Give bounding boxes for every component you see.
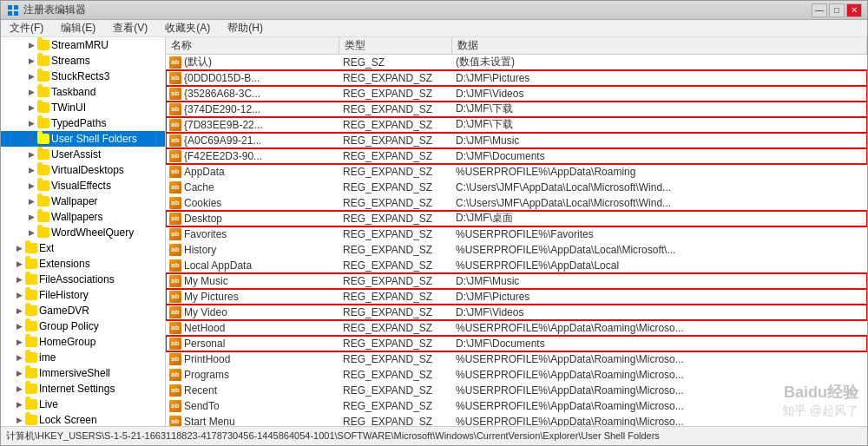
tree-toggle[interactable]: ▶ [25, 180, 37, 192]
tree-item[interactable]: ▶Extensions [1, 256, 165, 272]
table-row[interactable]: ab{374DE290-12...REG_EXPAND_SZD:\JMF\下载 [166, 102, 867, 117]
tree-item-label: Extensions [39, 258, 90, 270]
tree-toggle[interactable]: ▶ [13, 258, 25, 270]
tree-item[interactable]: ▶Ext [1, 240, 165, 256]
table-row[interactable]: abFavoritesREG_EXPAND_SZ%USERPROFILE%\Fa… [166, 226, 867, 242]
folder-icon [37, 148, 49, 161]
tree-toggle[interactable]: ▶ [25, 226, 37, 239]
tree-item-label: Wallpapers [51, 211, 103, 223]
tree-toggle[interactable]: ▶ [13, 367, 25, 379]
tree-toggle[interactable]: ▶ [13, 242, 25, 254]
svg-rect-2 [8, 11, 12, 16]
table-row[interactable]: abNetHoodREG_EXPAND_SZ%USERPROFILE%\AppD… [166, 320, 867, 336]
table-row[interactable]: ab{7D83EE9B-22...REG_EXPAND_SZD:\JMF\下载 [166, 117, 867, 133]
tree-toggle[interactable]: ▼ [25, 133, 37, 145]
table-row[interactable]: abAppDataREG_EXPAND_SZ%USERPROFILE%\AppD… [166, 164, 867, 180]
tree-toggle[interactable]: ▶ [13, 414, 25, 426]
col-data[interactable]: 数据 [452, 37, 867, 54]
tree-item[interactable]: ▶Wallpapers [1, 209, 165, 225]
table-row[interactable]: abRecentREG_EXPAND_SZ%USERPROFILE%\AppDa… [166, 383, 867, 398]
minimize-button[interactable]: — [812, 3, 827, 17]
tree-toggle[interactable]: ▶ [25, 70, 37, 82]
tree-item-label: Taskband [51, 86, 95, 98]
tree-toggle[interactable]: ▶ [25, 86, 37, 98]
tree-item[interactable]: ▶ImmersiveShell [1, 365, 165, 381]
table-row[interactable]: abPersonalREG_EXPAND_SZD:\JMF\Documents [166, 336, 867, 351]
tree-item[interactable]: ▶TWinUI [1, 100, 165, 115]
table-row[interactable]: ab{A0C69A99-21...REG_EXPAND_SZD:\JMF\Mus… [166, 133, 867, 148]
tree-toggle[interactable]: ▶ [13, 305, 25, 317]
tree-item[interactable]: ▶Lock Screen [1, 412, 165, 426]
table-row[interactable]: ab(默认)REG_SZ(数值未设置) [166, 55, 867, 70]
tree-toggle[interactable]: ▶ [25, 195, 37, 207]
tree-item[interactable]: ▶Taskband [1, 84, 165, 100]
menu-favorites[interactable]: 收藏夹(A) [160, 19, 215, 37]
tree-item[interactable]: ▼User Shell Folders [1, 131, 165, 147]
tree-toggle[interactable]: ▶ [25, 148, 37, 161]
tree-toggle[interactable]: ▶ [25, 39, 37, 51]
tree-item[interactable]: ▶StreamMRU [1, 37, 165, 53]
tree-toggle[interactable]: ▶ [13, 320, 25, 332]
tree-item[interactable]: ▶HomeGroup [1, 334, 165, 350]
tree-item[interactable]: ▶Wallpaper [1, 193, 165, 209]
table-row[interactable]: abStart MenuREG_EXPAND_SZ%USERPROFILE%\A… [166, 414, 867, 426]
tree-toggle[interactable]: ▶ [13, 383, 25, 395]
cell-name-text: {35286A68-3C... [184, 88, 260, 100]
menu-edit[interactable]: 编辑(E) [56, 19, 101, 37]
tree-item[interactable]: ▶FileHistory [1, 287, 165, 303]
tree-item[interactable]: ▶WordWheelQuery [1, 225, 165, 240]
table-row[interactable]: ab{F42EE2D3-90...REG_EXPAND_SZD:\JMF\Doc… [166, 148, 867, 164]
tree-item[interactable]: ▶VirtualDesktops [1, 162, 165, 178]
tree-item[interactable]: ▶Live [1, 397, 165, 412]
table-row[interactable]: abLocal AppDataREG_EXPAND_SZ%USERPROFILE… [166, 258, 867, 273]
tree-toggle[interactable]: ▶ [25, 211, 37, 223]
table-row[interactable]: abSendToREG_EXPAND_SZ%USERPROFILE%\AppDa… [166, 398, 867, 414]
col-name[interactable]: 名称 [166, 37, 339, 54]
col-type[interactable]: 类型 [339, 37, 452, 54]
tree-item[interactable]: ▶Internet Settings [1, 381, 165, 397]
table-row[interactable]: ab{35286A68-3C...REG_EXPAND_SZD:\JMF\Vid… [166, 86, 867, 102]
tree-toggle[interactable]: ▶ [13, 398, 25, 410]
table-row[interactable]: abPrintHoodREG_EXPAND_SZ%USERPROFILE%\Ap… [166, 351, 867, 367]
tree-toggle[interactable]: ▶ [25, 164, 37, 176]
folder-icon [25, 305, 37, 317]
menu-help[interactable]: 帮助(H) [222, 19, 268, 37]
tree-toggle[interactable]: ▶ [13, 289, 25, 301]
table-cell-data: D:\JMF\Documents [452, 338, 867, 350]
tree-toggle[interactable]: ▶ [25, 117, 37, 129]
folder-icon [25, 367, 37, 379]
menu-view[interactable]: 查看(V) [108, 19, 153, 37]
tree-toggle[interactable]: ▶ [25, 102, 37, 114]
tree-item[interactable]: ▶Streams [1, 53, 165, 69]
reg-icon: ab [169, 322, 181, 334]
table-row[interactable]: abCacheREG_EXPAND_SZC:\Users\JMF\AppData… [166, 180, 867, 195]
table-row[interactable]: abMy MusicREG_EXPAND_SZD:\JMF\Music [166, 273, 867, 289]
tree-item[interactable]: ▶TypedPaths [1, 115, 165, 131]
tree-item[interactable]: ▶StuckRects3 [1, 69, 165, 84]
table-row[interactable]: abDesktopREG_EXPAND_SZD:\JMF\桌面 [166, 211, 867, 226]
table-row[interactable]: abMy VideoREG_EXPAND_SZD:\JMF\Videos [166, 305, 867, 320]
table-row[interactable]: abMy PicturesREG_EXPAND_SZD:\JMF\Picture… [166, 289, 867, 305]
table-cell-data: D:\JMF\Music [452, 275, 867, 287]
table-row[interactable]: abCookiesREG_EXPAND_SZC:\Users\JMF\AppDa… [166, 195, 867, 211]
table-row[interactable]: ab{0DDD015D-B...REG_EXPAND_SZD:\JMF\Pict… [166, 70, 867, 86]
table-cell-data: %USERPROFILE%\AppData\Local [452, 259, 867, 272]
close-button[interactable]: ✕ [846, 3, 862, 17]
tree-item[interactable]: ▶GameDVR [1, 303, 165, 318]
tree-item[interactable]: ▶ime [1, 350, 165, 365]
cell-name-text: My Video [184, 306, 227, 318]
tree-toggle[interactable]: ▶ [13, 351, 25, 364]
table-row[interactable]: abHistoryREG_EXPAND_SZ%USERPROFILE%\AppD… [166, 242, 867, 258]
tree-toggle[interactable]: ▶ [13, 336, 25, 348]
tree-item[interactable]: ▶FileAssociations [1, 272, 165, 287]
tree-toggle[interactable]: ▶ [25, 55, 37, 67]
menu-file[interactable]: 文件(F) [4, 19, 49, 37]
tree-item[interactable]: ▶VisualEffects [1, 178, 165, 193]
tree-toggle[interactable]: ▶ [13, 273, 25, 285]
tree-item[interactable]: ▶Group Policy [1, 318, 165, 334]
main-content: ▶StreamMRU▶Streams▶StuckRects3▶Taskband▶… [1, 37, 867, 426]
folder-icon [25, 336, 37, 348]
tree-item[interactable]: ▶UserAssist [1, 147, 165, 162]
table-row[interactable]: abProgramsREG_EXPAND_SZ%USERPROFILE%\App… [166, 367, 867, 383]
maximize-button[interactable]: □ [829, 3, 845, 17]
